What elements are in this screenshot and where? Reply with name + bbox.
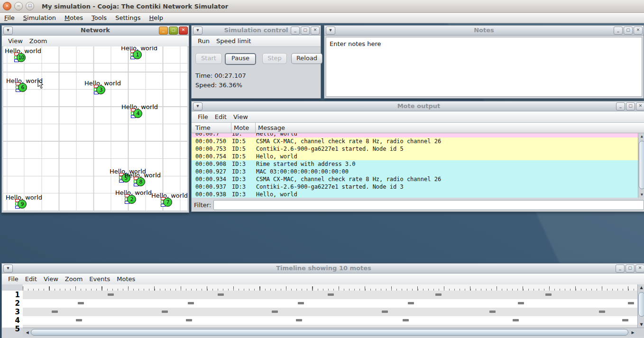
- timeline-row[interactable]: [23, 299, 637, 308]
- timeline-vertical-scrollbar[interactable]: ▲ ▼: [637, 284, 644, 328]
- table-row[interactable]: 00:00.754ID:5Hello, world: [192, 153, 638, 160]
- table-row[interactable]: 00:00.927ID:3MAC 03:00:00:00:00:00:00:00: [192, 168, 638, 175]
- menu-motes[interactable]: Motes: [60, 14, 87, 21]
- scroll-down-icon[interactable]: ▼: [638, 192, 644, 198]
- window-close-button[interactable]: ×: [3, 2, 11, 10]
- network-close-button[interactable]: ✕: [179, 27, 188, 35]
- timeline-menu-file[interactable]: File: [5, 275, 22, 283]
- menu-simulation[interactable]: Simulation: [19, 14, 60, 21]
- mote-circle[interactable]: 7: [163, 198, 172, 207]
- mote-output-menu-file[interactable]: File: [194, 113, 212, 120]
- notes-close-button[interactable]: ✕: [634, 27, 643, 35]
- mote-circle[interactable]: 2: [127, 195, 136, 204]
- timeline-menubar: File Edit View Zoom Events Motes: [2, 274, 644, 285]
- radio-event-mark: [489, 311, 496, 313]
- timeline-window: ▼ Timeline showing 10 motes _ ▢ ✕ File E…: [1, 263, 644, 338]
- timeline-row-number: 5: [6, 325, 20, 333]
- timeline-minimize-button[interactable]: _: [616, 265, 625, 273]
- menu-help[interactable]: Help: [145, 14, 167, 21]
- mote-circle[interactable]: 8: [136, 177, 145, 186]
- step-button[interactable]: Step: [262, 53, 287, 64]
- timeline-row[interactable]: [23, 291, 637, 299]
- column-header-time[interactable]: Time: [192, 123, 231, 133]
- simulation-menu-speed-limit[interactable]: Speed limit: [213, 37, 254, 45]
- scrollbar-thumb[interactable]: [31, 329, 628, 336]
- radio-event-mark: [622, 319, 628, 321]
- start-button[interactable]: Start: [195, 53, 222, 64]
- timeline-maximize-button[interactable]: ▢: [626, 265, 635, 273]
- mote-circle[interactable]: 3: [96, 85, 105, 94]
- timeline-row[interactable]: [23, 308, 637, 316]
- scroll-up-icon[interactable]: ▲: [638, 133, 644, 139]
- notes-minimize-button[interactable]: _: [614, 27, 623, 35]
- menu-tools[interactable]: Tools: [87, 14, 111, 21]
- table-row[interactable]: 00:00.938ID:3Hello, world: [192, 191, 638, 198]
- scrollbar-thumb[interactable]: [638, 292, 644, 317]
- mote-output-vertical-scrollbar[interactable]: ▲ ▼: [638, 133, 644, 198]
- radio-event-mark: [435, 293, 442, 296]
- notes-textarea[interactable]: Enter notes here: [326, 37, 642, 97]
- network-minimize-button[interactable]: _: [159, 27, 168, 35]
- timeline-menu-view[interactable]: View: [40, 275, 62, 283]
- scrollbar-thumb[interactable]: [639, 141, 644, 189]
- simulation-control-minimize-button[interactable]: _: [291, 27, 300, 35]
- scroll-right-icon[interactable]: ▶: [629, 329, 636, 336]
- scroll-up-icon[interactable]: ▲: [638, 284, 644, 291]
- timeline-row-number: 1: [6, 291, 20, 299]
- mote-output-minimize-button[interactable]: _: [616, 102, 625, 110]
- window-maximize-button[interactable]: ☐: [26, 2, 34, 10]
- timeline-ruler: [23, 284, 637, 291]
- menu-settings[interactable]: Settings: [111, 14, 145, 21]
- mote-output-menu-edit[interactable]: Edit: [212, 113, 230, 120]
- network-maximize-button[interactable]: ▢: [169, 27, 178, 35]
- filter-input[interactable]: [213, 200, 644, 210]
- cell-message: Contiki-2.6-900-ga6227e1 started. Node i…: [254, 183, 638, 191]
- column-header-message[interactable]: Message: [256, 123, 644, 133]
- mote-circle[interactable]: 9: [18, 200, 27, 209]
- timeline-menu-edit[interactable]: Edit: [22, 275, 40, 283]
- table-row[interactable]: 00:00.750ID:5CSMA CX-MAC, channel check …: [192, 137, 638, 145]
- simulation-menu-run[interactable]: Run: [194, 37, 213, 45]
- simulation-time-label: Time: 00:27.107: [195, 72, 246, 79]
- network-menu-view[interactable]: View: [5, 37, 26, 45]
- table-row[interactable]: 00:00.908ID:3Rime started with address 3…: [192, 160, 638, 168]
- cell-message: Hello, world: [254, 191, 638, 198]
- mote-circle[interactable]: 1: [133, 50, 142, 59]
- timeline-menu-zoom[interactable]: Zoom: [62, 275, 86, 283]
- notes-maximize-button[interactable]: ▢: [624, 27, 633, 35]
- mote-circle[interactable]: 6: [18, 83, 27, 92]
- notes-titlebar: ▼ Notes _ ▢ ✕: [324, 26, 644, 36]
- radio-event-mark: [76, 319, 82, 321]
- mote-output-close-button[interactable]: ✕: [636, 102, 644, 110]
- table-row[interactable]: 00:00.934ID:3CSMA CX-MAC, channel check …: [192, 175, 638, 183]
- menu-file[interactable]: File: [0, 14, 19, 21]
- window-minimize-button[interactable]: −: [14, 2, 23, 10]
- mote-output-filterbar: Filter:: [192, 198, 644, 211]
- reload-button[interactable]: Reload: [291, 53, 322, 64]
- simulation-control-maximize-button[interactable]: ▢: [301, 27, 310, 35]
- radio-event-mark: [272, 311, 278, 313]
- column-header-mote[interactable]: Mote: [231, 123, 256, 133]
- pause-button[interactable]: Pause: [225, 53, 256, 65]
- scroll-left-icon[interactable]: ◀: [24, 329, 31, 336]
- mote-circle[interactable]: 4: [133, 109, 142, 118]
- network-menu-zoom[interactable]: Zoom: [26, 37, 50, 45]
- timeline-horizontal-scrollbar[interactable]: ◀ ▶: [23, 328, 644, 337]
- timeline-menu-events[interactable]: Events: [86, 275, 113, 283]
- mote-circle[interactable]: 10: [17, 53, 26, 62]
- timeline-close-button[interactable]: ✕: [635, 265, 644, 273]
- mote-output-maximize-button[interactable]: ▢: [626, 102, 635, 110]
- network-canvas[interactable]: Hello, world10Hello, world1Hello, world6…: [3, 46, 187, 211]
- table-row[interactable]: 00:00.7ID:Hello, world: [192, 133, 638, 137]
- timeline-row[interactable]: [23, 316, 637, 325]
- timeline-menu-motes[interactable]: Motes: [113, 275, 138, 283]
- timeline-rows-canvas[interactable]: [23, 291, 637, 328]
- cell-time: 00:00.7: [192, 133, 230, 137]
- mote-output-menu-view[interactable]: View: [230, 113, 251, 120]
- simulation-control-close-button[interactable]: ✕: [311, 27, 320, 35]
- cell-time: 00:00.927: [192, 168, 230, 175]
- table-row[interactable]: 00:00.753ID:5Contiki-2.6-900-ga6227e1 st…: [192, 145, 638, 153]
- cell-mote: ID:5: [230, 153, 254, 160]
- table-row[interactable]: 00:00.937ID:3Contiki-2.6-900-ga6227e1 st…: [192, 183, 638, 191]
- scroll-down-icon[interactable]: ▼: [638, 321, 644, 328]
